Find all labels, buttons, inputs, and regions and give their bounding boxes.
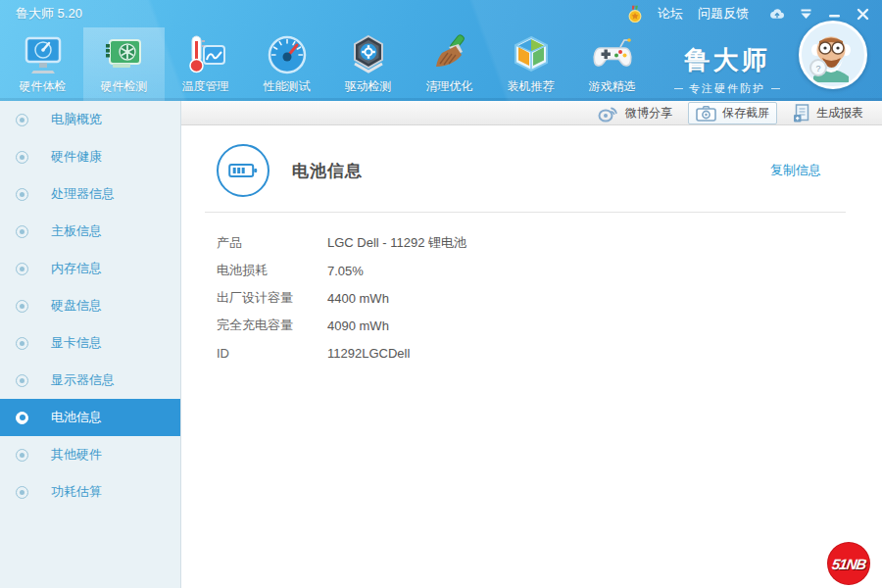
brand-tagline: 专注硬件防护: [674, 81, 780, 96]
benchmark-icon: [266, 31, 309, 77]
brand: 鲁大师 专注硬件防护: [674, 43, 780, 96]
radio-dot-icon: [16, 188, 28, 201]
radio-dot-icon: [16, 486, 28, 499]
collapse-icon[interactable]: [798, 6, 813, 22]
cloud-upload-icon[interactable]: [769, 6, 785, 22]
sidebar-item-label: 主板信息: [51, 222, 102, 240]
action-3[interactable]: 生成报表: [786, 102, 870, 124]
temperature-icon: [184, 31, 227, 77]
row-label: 电池损耗: [182, 262, 327, 279]
toolbar-item-label: 装机推荐: [508, 78, 555, 95]
row-label: 完全充电容量: [182, 317, 327, 334]
header: 鲁大师 5.20 论坛问题反馈 硬件体检硬件检测温度管理性能测试驱动检测清理优化…: [0, 0, 882, 101]
main-content: 电池信息 复制信息 产品LGC Dell - 11292 锂电池电池损耗7.05…: [182, 126, 882, 588]
minimize-icon[interactable]: [826, 6, 842, 22]
row-value: 4400 mWh: [327, 291, 389, 306]
sidebar-item-7[interactable]: 显卡信息: [0, 324, 180, 362]
action-2[interactable]: 保存截屏: [688, 102, 777, 124]
sidebar-item-4[interactable]: 主板信息: [0, 213, 180, 250]
sidebar-item-label: 功耗估算: [51, 483, 102, 501]
weibo-icon: [597, 104, 619, 122]
sidebar-item-label: 内存信息: [51, 260, 102, 277]
brand-name: 鲁大师: [674, 43, 780, 77]
toolbar-item-1[interactable]: 硬件体检: [2, 27, 83, 101]
radio-dot-icon: [16, 374, 28, 387]
row-value: 7.05%: [327, 264, 364, 278]
page-title: 电池信息: [292, 160, 363, 182]
hardware-test-icon: [103, 31, 146, 77]
sidebar-item-label: 硬盘信息: [51, 297, 102, 315]
radio-dot-icon: [16, 225, 28, 238]
table-row: ID11292LGCDell: [182, 339, 882, 367]
action-label: 微博分享: [625, 105, 672, 122]
sidebar-item-6[interactable]: 硬盘信息: [0, 287, 180, 324]
cleanup-icon: [428, 31, 471, 77]
toolbar-item-4[interactable]: 性能测试: [246, 27, 327, 101]
radio-dot-icon: [16, 300, 28, 313]
sidebar-item-label: 显卡信息: [51, 334, 102, 352]
games-icon: [591, 31, 634, 77]
close-icon[interactable]: [855, 6, 870, 22]
radio-dot-icon: [16, 412, 28, 424]
lu-master-window: 鲁大师 5.20 论坛问题反馈 硬件体检硬件检测温度管理性能测试驱动检测清理优化…: [0, 0, 882, 588]
mascot-avatar[interactable]: ?: [799, 21, 867, 89]
toolbar-item-7[interactable]: 装机推荐: [490, 27, 571, 101]
row-value: LGC Dell - 11292 锂电池: [327, 234, 466, 252]
row-label: 出厂设计容量: [182, 289, 327, 307]
toolbar-item-8[interactable]: 游戏精选: [571, 27, 653, 101]
table-row: 产品LGC Dell - 11292 锂电池: [182, 229, 882, 257]
sidebar-item-label: 其他硬件: [51, 446, 102, 464]
section-header: 电池信息 复制信息: [182, 126, 882, 197]
sidebar-item-1[interactable]: 电脑概览: [0, 101, 180, 138]
action-label: 保存截屏: [722, 105, 769, 122]
toolbar-item-label: 驱动检测: [345, 78, 392, 95]
action-bar: 微博分享保存截屏生成报表: [181, 101, 882, 125]
report-icon: [793, 104, 810, 122]
copy-info-link[interactable]: 复制信息: [770, 162, 821, 179]
toolbar-item-label: 清理优化: [426, 78, 473, 95]
titlebar-link-2[interactable]: 问题反馈: [698, 5, 749, 23]
toolbar-item-5[interactable]: 驱动检测: [327, 27, 409, 101]
divider: [205, 212, 846, 213]
sidebar-item-9[interactable]: 电池信息: [0, 399, 180, 436]
sidebar-item-10[interactable]: 其他硬件: [0, 436, 180, 473]
toolbar-item-label: 游戏精选: [589, 78, 636, 95]
toolbar-item-label: 硬件检测: [101, 78, 148, 95]
toolbar-item-label: 温度管理: [182, 78, 229, 95]
build-icon: [510, 31, 553, 77]
row-label: ID: [182, 346, 327, 361]
sidebar-item-3[interactable]: 处理器信息: [0, 175, 180, 213]
radio-dot-icon: [16, 151, 28, 164]
sidebar-item-5[interactable]: 内存信息: [0, 250, 180, 287]
51nb-logo: 51NB: [828, 543, 869, 584]
sidebar-item-11[interactable]: 功耗估算: [0, 473, 180, 511]
radio-dot-icon: [16, 263, 28, 275]
radio-dot-icon: [16, 114, 28, 126]
action-label: 生成报表: [816, 105, 863, 122]
sidebar-item-label: 处理器信息: [51, 185, 115, 203]
toolbar-item-2[interactable]: 硬件检测: [83, 27, 165, 101]
row-label: 产品: [182, 234, 327, 252]
row-value: 4090 mWh: [327, 318, 389, 333]
51nb-logo-text: 51NB: [831, 556, 867, 572]
sidebar: 电脑概览硬件健康处理器信息主板信息内存信息硬盘信息显卡信息显示器信息电池信息其他…: [0, 101, 181, 588]
toolbar-item-label: 性能测试: [264, 78, 311, 95]
toolbar-item-6[interactable]: 清理优化: [409, 27, 490, 101]
sidebar-item-label: 显示器信息: [51, 371, 115, 389]
sidebar-item-label: 硬件健康: [51, 148, 102, 166]
toolbar-item-3[interactable]: 温度管理: [165, 27, 246, 101]
battery-icon: [217, 144, 270, 197]
driver-icon: [347, 31, 390, 77]
app-title: 鲁大师 5.20: [16, 5, 82, 23]
camera-icon: [696, 105, 716, 122]
hardware-checkup-icon: [22, 31, 65, 77]
radio-dot-icon: [16, 449, 28, 462]
action-1[interactable]: 微博分享: [590, 102, 679, 124]
medal-icon[interactable]: [627, 6, 643, 22]
svg-text:?: ?: [815, 64, 820, 74]
titlebar-link-1[interactable]: 论坛: [658, 5, 683, 23]
radio-dot-icon: [16, 337, 28, 350]
sidebar-item-8[interactable]: 显示器信息: [0, 362, 180, 399]
titlebar: 鲁大师 5.20 论坛问题反馈: [0, 0, 882, 27]
sidebar-item-2[interactable]: 硬件健康: [0, 138, 180, 175]
